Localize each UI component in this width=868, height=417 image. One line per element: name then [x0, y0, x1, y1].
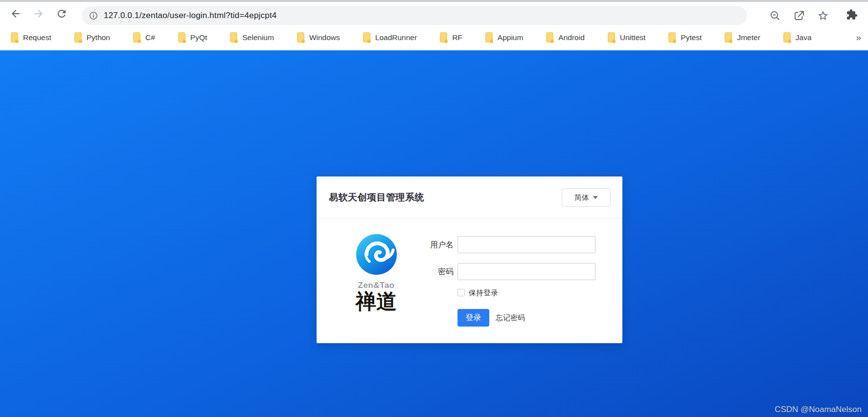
logo-brand-calligraphy: 禅道	[337, 291, 415, 312]
bookmark-folder-icon	[363, 32, 370, 43]
language-selected-label: 简体	[574, 193, 589, 202]
bookmark-item-selenium[interactable]: Selenium	[230, 32, 274, 43]
zoom-out-icon[interactable]	[769, 10, 781, 22]
back-icon[interactable]	[10, 8, 22, 20]
login-card-header: 易软天创项目管理系统 简体	[317, 176, 622, 219]
bookmark-item-pytest[interactable]: Pytest	[668, 32, 702, 43]
forgot-password-link[interactable]: 忘记密码	[496, 313, 525, 323]
bookmarks-bar: Request Python C# PyQt Selenium Windows …	[0, 25, 868, 49]
bookmark-item-android[interactable]: Android	[546, 32, 584, 43]
bookmark-item-appium[interactable]: Appium	[485, 32, 524, 43]
csdn-watermark: CSDN @NoamaNelson	[775, 405, 862, 415]
share-icon[interactable]	[793, 10, 805, 22]
reload-icon[interactable]	[56, 8, 68, 20]
login-card: 易软天创项目管理系统 简体	[317, 176, 622, 343]
bookmark-item-loadrunner[interactable]: LoadRunner	[363, 32, 417, 43]
chevron-down-icon	[593, 196, 598, 199]
bookmark-folder-icon	[178, 32, 185, 43]
login-button[interactable]: 登录	[457, 309, 489, 327]
language-selector[interactable]: 简体	[562, 188, 611, 207]
zentao-logo-icon	[356, 234, 397, 275]
username-field[interactable]	[457, 236, 595, 253]
bookmark-folder-icon	[668, 32, 676, 43]
browser-toolbar: 127.0.0.1/zentao/user-login.html?tid=4ep…	[0, 2, 868, 25]
forward-icon[interactable]	[33, 8, 45, 20]
logo-subtitle: Zen&Tao	[337, 281, 415, 290]
bookmark-folder-icon	[546, 32, 553, 43]
keep-login-label[interactable]: 保持登录	[469, 288, 498, 298]
password-field[interactable]	[457, 263, 595, 280]
bookmark-folder-icon	[230, 32, 237, 43]
page-title: 易软天创项目管理系统	[329, 176, 424, 219]
bookmark-item-rf[interactable]: RF	[440, 32, 462, 43]
bookmark-item-python[interactable]: Python	[74, 32, 110, 43]
bookmark-item-unittest[interactable]: Unittest	[608, 32, 646, 43]
page-background: 易软天创项目管理系统 简体	[0, 50, 868, 417]
url-text[interactable]: 127.0.0.1/zentao/user-login.html?tid=4ep…	[104, 11, 276, 21]
bookmarks-overflow-chevron[interactable]: »	[856, 32, 861, 43]
bookmark-folder-icon	[74, 32, 82, 43]
address-bar[interactable]: 127.0.0.1/zentao/user-login.html?tid=4ep…	[82, 6, 747, 25]
bookmark-folder-icon	[485, 32, 493, 43]
page-info-icon[interactable]	[89, 11, 98, 21]
bookmark-item-java[interactable]: Java	[783, 32, 812, 43]
bookmark-folder-icon	[11, 32, 18, 43]
bookmark-folder-icon	[608, 32, 615, 43]
browser-window: 127.0.0.1/zentao/user-login.html?tid=4ep…	[0, 0, 868, 417]
bookmark-item-csharp[interactable]: C#	[133, 32, 155, 43]
bookmark-item-windows[interactable]: Windows	[297, 32, 340, 43]
extensions-icon[interactable]	[846, 9, 858, 21]
bookmark-item-jmeter[interactable]: Jmeter	[725, 32, 760, 43]
bookmark-folder-icon	[440, 32, 447, 43]
bookmark-star-icon[interactable]	[817, 10, 829, 22]
bookmark-item-pyqt[interactable]: PyQt	[178, 32, 207, 43]
password-label: 密码	[400, 263, 454, 280]
bookmark-folder-icon	[783, 32, 791, 43]
bookmark-folder-icon	[725, 32, 732, 43]
bookmark-item-request[interactable]: Request	[11, 32, 51, 43]
bookmark-folder-icon	[133, 32, 140, 43]
bookmark-folder-icon	[297, 32, 304, 43]
username-label: 用户名	[400, 236, 454, 253]
browser-chrome: 127.0.0.1/zentao/user-login.html?tid=4ep…	[0, 0, 868, 50]
keep-login-checkbox[interactable]	[457, 289, 465, 296]
